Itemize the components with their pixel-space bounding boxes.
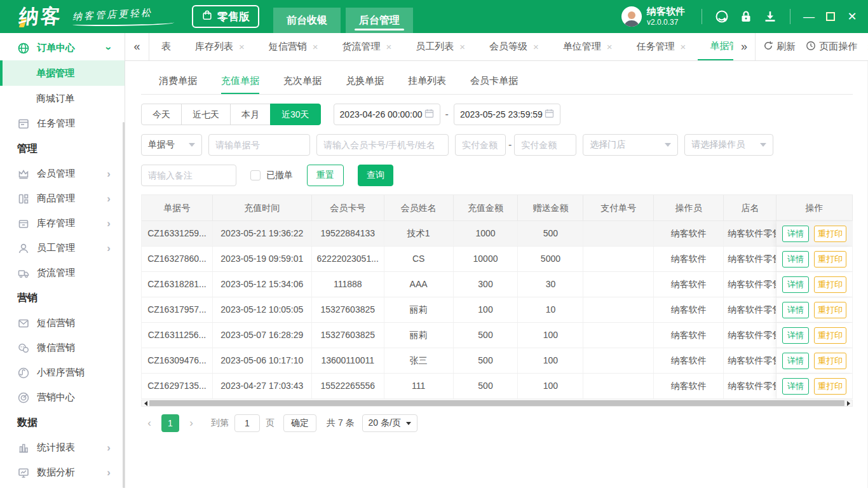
tab-consume-docs[interactable]: 消费单据 bbox=[159, 69, 197, 94]
table-row[interactable]: CZ16331259... 2023-05-21 19:36:22 195228… bbox=[142, 221, 853, 247]
reprint-button[interactable]: 重打印 bbox=[814, 276, 846, 293]
window-tab[interactable]: 短信营销× bbox=[257, 33, 330, 60]
window-tab[interactable]: 表 bbox=[149, 33, 183, 60]
window-tab-active[interactable]: 单据管理× bbox=[698, 33, 733, 60]
store-select[interactable]: 选择门店 bbox=[583, 134, 678, 156]
table-row[interactable]: CZ16317957... 2023-05-12 10:05:05 153276… bbox=[142, 297, 853, 323]
window-tab[interactable]: 货流管理× bbox=[330, 33, 404, 60]
goto-confirm-button[interactable]: 确定 bbox=[283, 414, 316, 432]
window-tab[interactable]: 单位管理× bbox=[551, 33, 625, 60]
sidebar-item-sms-marketing[interactable]: 短信营销 bbox=[0, 311, 125, 336]
reprint-button[interactable]: 重打印 bbox=[814, 302, 846, 318]
sidebar-subitem-order-docs[interactable]: 单据管理 bbox=[0, 60, 125, 86]
reset-button[interactable]: 重置 bbox=[307, 165, 344, 186]
avatar[interactable] bbox=[621, 6, 642, 27]
close-tab-icon[interactable]: × bbox=[386, 41, 392, 52]
detail-button[interactable]: 详情 bbox=[782, 302, 809, 318]
horizontal-scrollbar[interactable] bbox=[141, 400, 853, 407]
date-from-input[interactable]: 2023-04-26 00:00:00 bbox=[334, 104, 440, 125]
close-tab-icon[interactable]: × bbox=[239, 41, 245, 52]
download-icon[interactable] bbox=[758, 4, 782, 29]
goods-icon bbox=[17, 193, 30, 205]
tab-exchange-docs[interactable]: 兑换单据 bbox=[346, 69, 384, 94]
window-tab[interactable]: 员工列表× bbox=[403, 33, 477, 60]
sidebar-item-task-manage[interactable]: 任务管理 bbox=[0, 111, 125, 136]
tab-member-card-docs[interactable]: 会员卡单据 bbox=[470, 69, 518, 94]
paid-amount-max-input[interactable] bbox=[514, 134, 576, 156]
sidebar-item-stock-manage[interactable]: 库存管理 › bbox=[0, 211, 125, 236]
page-operations-button[interactable]: 页面操作 bbox=[806, 41, 857, 53]
detail-button[interactable]: 详情 bbox=[782, 251, 809, 268]
sidebar-item-order-center[interactable]: 订单中心 › bbox=[0, 36, 125, 60]
close-tab-icon[interactable]: × bbox=[313, 41, 318, 52]
tabs-collapse-button[interactable]: « bbox=[125, 33, 149, 60]
order-no-input[interactable] bbox=[208, 134, 310, 156]
sidebar-item-stat-reports[interactable]: 统计报表 › bbox=[0, 435, 125, 460]
range-30days-button[interactable]: 近30天 bbox=[270, 104, 321, 125]
sidebar-subitem-mall-orders[interactable]: 商城订单 bbox=[0, 86, 125, 111]
table-row[interactable]: CZ16297135... 2023-04-27 17:03:43 155222… bbox=[142, 374, 853, 399]
tabs-expand-button[interactable]: » bbox=[733, 33, 755, 60]
sidebar-item-wechat-marketing[interactable]: 微信营销 bbox=[0, 336, 125, 360]
window-tab[interactable]: 会员等级× bbox=[477, 33, 551, 60]
page-size-select[interactable]: 20 条/页 bbox=[362, 414, 417, 432]
detail-button[interactable]: 详情 bbox=[782, 327, 809, 344]
reprint-button[interactable]: 重打印 bbox=[814, 251, 846, 268]
scroll-left-arrow[interactable] bbox=[142, 401, 149, 406]
reprint-button[interactable]: 重打印 bbox=[814, 327, 846, 344]
reprint-button[interactable]: 重打印 bbox=[814, 378, 846, 395]
date-to-input[interactable]: 2023-05-25 23:59:59 bbox=[454, 104, 560, 125]
detail-button[interactable]: 详情 bbox=[782, 353, 809, 369]
tab-times-docs[interactable]: 充次单据 bbox=[283, 69, 322, 94]
sidebar-item-marketing-center[interactable]: 营销中心 bbox=[0, 385, 125, 410]
topnav-front-cashier[interactable]: 前台收银 bbox=[273, 8, 341, 33]
range-month-button[interactable]: 本月 bbox=[230, 104, 271, 125]
tab-recharge-docs[interactable]: 充值单据 bbox=[221, 69, 259, 94]
operator-select[interactable]: 请选择操作员 bbox=[684, 134, 773, 156]
next-page-button[interactable]: › bbox=[183, 417, 200, 430]
topnav-back-manage[interactable]: 后台管理 bbox=[346, 8, 413, 33]
sidebar-item-data-analysis[interactable]: 数据分析 › bbox=[0, 460, 125, 485]
detail-button[interactable]: 详情 bbox=[782, 226, 809, 242]
range-today-button[interactable]: 今天 bbox=[141, 104, 182, 125]
sidebar-item-goods-manage[interactable]: 商品管理 › bbox=[0, 186, 125, 211]
reprint-button[interactable]: 重打印 bbox=[814, 226, 846, 242]
member-search-input[interactable] bbox=[316, 134, 449, 156]
window-tab[interactable]: 任务管理× bbox=[625, 33, 698, 60]
scroll-right-arrow[interactable] bbox=[844, 401, 852, 406]
close-tab-icon[interactable]: × bbox=[681, 41, 686, 52]
range-week-button[interactable]: 近七天 bbox=[181, 104, 231, 125]
table-row[interactable]: CZ16327860... 2023-05-19 09:59:01 622220… bbox=[142, 247, 853, 272]
close-button[interactable]: ✕ bbox=[841, 6, 863, 27]
sidebar-item-staff-manage[interactable]: 员工管理 › bbox=[0, 236, 125, 261]
search-button[interactable]: 查询 bbox=[358, 165, 393, 186]
reprint-button[interactable]: 重打印 bbox=[814, 353, 846, 369]
table-row[interactable]: CZ16309476... 2023-05-06 10:17:10 136001… bbox=[142, 348, 853, 374]
minimize-button[interactable]: — bbox=[798, 6, 820, 27]
sidebar-scrollbar[interactable] bbox=[123, 122, 125, 488]
sidebar-item-logistics-manage[interactable]: 货流管理 bbox=[0, 261, 125, 285]
scrollbar-thumb[interactable] bbox=[149, 400, 844, 406]
refresh-button[interactable]: 刷新 bbox=[763, 41, 796, 53]
doc-type-select[interactable]: 单据号 bbox=[141, 134, 202, 156]
detail-button[interactable]: 详情 bbox=[782, 378, 809, 395]
close-tab-icon[interactable]: × bbox=[533, 41, 539, 52]
window-tab[interactable]: 库存列表× bbox=[183, 33, 257, 60]
table-row[interactable]: CZ16311256... 2023-05-07 16:28:29 153276… bbox=[142, 323, 853, 348]
prev-page-button[interactable]: ‹ bbox=[141, 417, 158, 430]
detail-button[interactable]: 详情 bbox=[782, 276, 809, 293]
tab-pending-list[interactable]: 挂单列表 bbox=[408, 69, 446, 94]
close-tab-icon[interactable]: × bbox=[607, 41, 613, 52]
sidebar-item-member-manage[interactable]: 会员管理 › bbox=[0, 161, 125, 186]
close-tab-icon[interactable]: × bbox=[459, 41, 465, 52]
paid-amount-min-input[interactable] bbox=[455, 134, 506, 156]
current-page-button[interactable]: 1 bbox=[161, 414, 179, 432]
table-row[interactable]: CZ16318281... 2023-05-12 15:34:06 111888… bbox=[142, 272, 853, 297]
maximize-button[interactable] bbox=[820, 6, 841, 27]
customer-service-icon[interactable] bbox=[710, 4, 734, 29]
goto-page-input[interactable] bbox=[234, 414, 260, 432]
remark-input[interactable] bbox=[141, 165, 236, 186]
lock-icon[interactable] bbox=[734, 4, 758, 29]
revoked-checkbox[interactable] bbox=[250, 170, 261, 180]
sidebar-item-miniprogram-marketing[interactable]: 小程序营销 bbox=[0, 360, 125, 385]
